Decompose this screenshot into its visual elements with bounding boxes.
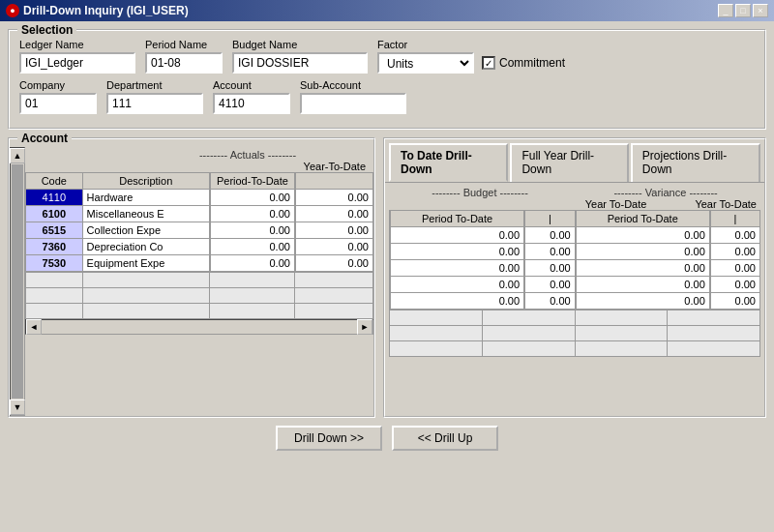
dd-v-ptd-0: 0.00 — [576, 227, 710, 244]
ytd-sub-header: Year-To-Date — [25, 161, 373, 172]
dd-v-ytd-3: 0.00 — [710, 277, 760, 293]
factor-label: Factor — [377, 39, 565, 50]
dd-v-ytd-label: Year To-Date — [695, 198, 757, 210]
dd-b-ptd-4: 0.00 — [390, 293, 524, 310]
ledger-field: Ledger Name — [19, 39, 135, 74]
budget-field: Budget Name — [232, 39, 368, 74]
drill-up-button[interactable]: << Drill Up — [392, 426, 498, 451]
tab-to-date[interactable]: To Date Drill-Down — [389, 143, 508, 182]
factor-select[interactable]: Units Amounts Percentages — [377, 52, 474, 74]
col-description: Description — [82, 173, 210, 190]
form-row-1: Ledger Name Period Name Budget Name Fact… — [19, 39, 755, 74]
maximize-button[interactable]: □ — [735, 4, 751, 17]
account-code-4[interactable]: 7530 — [26, 255, 83, 272]
budget-header: -------- Budget -------- — [432, 187, 528, 198]
account-field: Account — [213, 79, 290, 114]
account-desc-0: Hardware — [82, 190, 210, 206]
dd-b-ptd-0: 0.00 — [390, 227, 524, 244]
account-desc-4: Equipment Expe — [82, 255, 210, 272]
account-ptd-3: 0.00 — [210, 239, 295, 255]
variance-header: -------- Variance -------- — [613, 187, 717, 198]
account-ytd-4: 0.00 — [295, 255, 373, 272]
close-button[interactable]: × — [753, 4, 768, 17]
dd-b-ytd-2: 0.00 — [524, 260, 576, 277]
account-input[interactable] — [213, 93, 290, 114]
account-desc-1: Miscellaneous E — [82, 206, 210, 222]
period-input[interactable] — [145, 52, 223, 74]
actuals-header: -------- Actuals -------- — [25, 147, 373, 161]
dd-v-ptd-1: 0.00 — [576, 244, 710, 260]
bottom-section: Account ▲ ▼ -------- Actuals -------- Ye… — [8, 137, 766, 418]
company-field: Company — [19, 79, 97, 114]
account-label: Account — [213, 79, 290, 91]
factor-row: Units Amounts Percentages ✓ Commitment — [377, 52, 565, 74]
scroll-thumb — [12, 164, 23, 399]
scroll-down-arrow[interactable]: ▼ — [10, 399, 25, 415]
dd-v-ytd-0: 0.00 — [710, 227, 760, 244]
account-panel-label: Account — [17, 132, 72, 145]
account-ptd-4: 0.00 — [210, 255, 295, 272]
dd-col-b-ytd: | — [524, 211, 576, 227]
account-ytd-3: 0.00 — [295, 239, 373, 255]
col-code: Code — [26, 173, 83, 190]
col-ytd — [295, 173, 373, 190]
dd-b-ytd-label: Year To-Date — [585, 198, 647, 210]
account-code-0[interactable]: 4110 — [26, 190, 83, 206]
dd-b-ytd-4: 0.00 — [524, 293, 576, 310]
account-code-2[interactable]: 6515 — [26, 222, 83, 239]
dd-col-v-ytd: | — [710, 211, 760, 227]
account-ytd-2: 0.00 — [295, 222, 373, 239]
dept-input[interactable] — [106, 93, 203, 114]
account-desc-3: Depreciation Co — [82, 239, 210, 255]
dd-b-ptd-2: 0.00 — [390, 260, 524, 277]
company-label: Company — [19, 79, 97, 91]
minimize-button[interactable]: _ — [718, 4, 733, 17]
scroll-left-arrow[interactable]: ◄ — [26, 319, 42, 335]
account-ytd-1: 0.00 — [295, 206, 373, 222]
account-desc-2: Collection Expe — [82, 222, 210, 239]
drilldown-panel: To Date Drill-Down Full Year Drill-Down … — [383, 137, 766, 418]
selection-label: Selection — [17, 23, 76, 37]
account-ptd-0: 0.00 — [210, 190, 295, 206]
ledger-input[interactable] — [19, 52, 135, 74]
dd-b-ytd-3: 0.00 — [524, 277, 576, 293]
period-field: Period Name — [145, 39, 223, 74]
budget-input[interactable] — [232, 52, 368, 74]
selection-group: Selection Ledger Name Period Name Budget… — [8, 29, 766, 130]
account-table-container: -------- Actuals -------- Year-To-Date C… — [25, 147, 373, 416]
dd-b-ptd-1: 0.00 — [390, 244, 524, 260]
horiz-thumb — [44, 322, 355, 332]
dd-b-ptd-3: 0.00 — [390, 277, 524, 293]
commitment-checkbox[interactable]: ✓ — [482, 56, 495, 70]
drill-down-button[interactable]: Drill Down >> — [276, 426, 382, 451]
scroll-right-arrow[interactable]: ► — [357, 319, 372, 335]
dd-v-ptd-3: 0.00 — [576, 277, 710, 293]
vertical-scrollbar[interactable]: ▲ ▼ — [10, 147, 25, 416]
tab-projections[interactable]: Projections Drill-Down — [631, 143, 760, 182]
horizontal-scrollbar[interactable]: ◄ ► — [25, 319, 373, 335]
account-code-3[interactable]: 7360 — [26, 239, 83, 255]
ytd-label: Year-To-Date — [304, 161, 366, 172]
window-title: Drill-Down Inquiry (IGI_USER) — [23, 4, 189, 17]
tab-full-year[interactable]: Full Year Drill-Down — [510, 143, 628, 182]
commitment-label: Commitment — [499, 56, 565, 70]
dd-v-ytd-2: 0.00 — [710, 260, 760, 277]
company-input[interactable] — [19, 93, 97, 114]
account-table: Code Description Period-To-Date 4110 Har… — [25, 172, 373, 272]
subaccount-input[interactable] — [300, 93, 406, 114]
ledger-label: Ledger Name — [19, 39, 135, 50]
dd-v-ptd-2: 0.00 — [576, 260, 710, 277]
title-bar: ● Drill-Down Inquiry (IGI_USER) _ □ × — [0, 0, 774, 21]
budget-label: Budget Name — [232, 39, 368, 50]
app-icon: ● — [6, 4, 19, 17]
factor-field: Factor Units Amounts Percentages ✓ Commi… — [377, 39, 565, 74]
account-code-1[interactable]: 6100 — [26, 206, 83, 222]
dd-v-ptd-4: 0.00 — [576, 293, 710, 310]
drilldown-table-container: -------- Budget -------- -------- Varian… — [385, 183, 764, 416]
scroll-up-arrow[interactable]: ▲ — [10, 148, 25, 163]
account-ptd-2: 0.00 — [210, 222, 295, 239]
tab-bar: To Date Drill-Down Full Year Drill-Down … — [385, 139, 764, 182]
drilldown-section-headers: -------- Budget -------- -------- Varian… — [389, 187, 760, 198]
dept-label: Department — [106, 79, 203, 91]
commitment-field: ✓ Commitment — [482, 56, 565, 70]
